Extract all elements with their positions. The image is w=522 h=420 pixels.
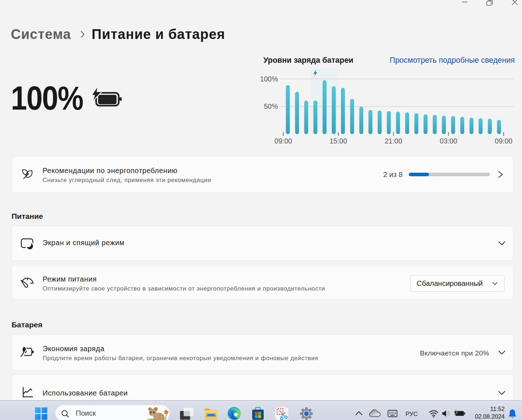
svg-text:09:00: 09:00 (495, 137, 513, 145)
svg-text:09:00: 09:00 (275, 137, 292, 145)
svg-text:21:00: 21:00 (385, 137, 402, 145)
svg-text:15:00: 15:00 (329, 137, 347, 145)
svg-text:50%: 50% (264, 102, 278, 110)
svg-text:100%: 100% (260, 75, 278, 83)
svg-text:03:00: 03:00 (440, 137, 457, 145)
